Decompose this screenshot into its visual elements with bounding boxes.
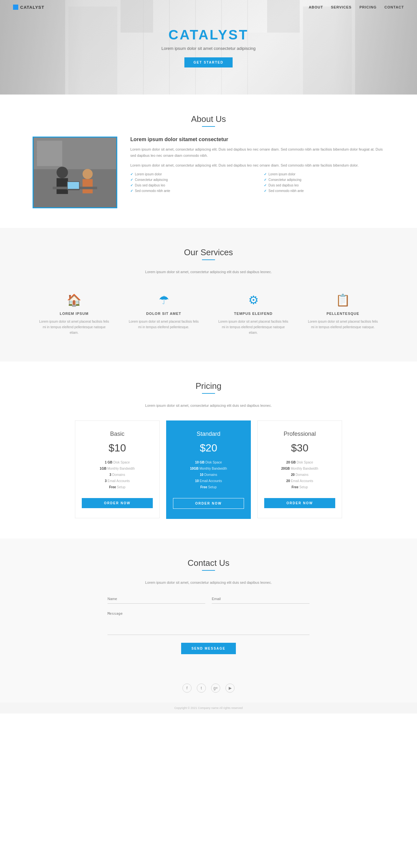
nav-contact[interactable]: CONTACT [384,5,404,9]
footer: Copyright © 2021 Company name All rights… [0,703,417,713]
social-google-plus-icon[interactable]: g+ [211,683,220,693]
contact-title: Contact Us [33,558,384,568]
pricing-title: Pricing [33,381,384,391]
pricing-feature-professional-1: 20 GB Disk Space [264,461,335,464]
services-title: Our Services [33,247,384,257]
about-image-inner [34,137,116,207]
pricing-card-standard: Standard $20 10 GB Disk Space 10GB Month… [166,421,251,519]
service-text-2: Lorem ipsum dolor sit amet placerat faci… [129,319,199,330]
contact-submit-button[interactable]: SEND MESSAGE [181,643,236,654]
service-text-3: Lorem ipsum dolor sit amet placerat faci… [218,319,288,335]
pricing-price-basic: $10 [82,442,153,454]
pricing-feature-standard-2: 10GB Monthly Bandwidth [173,467,244,470]
svg-rect-4 [303,6,352,95]
about-features: Lorem ipsum dolor Consectetur adipiscing… [130,173,384,194]
about-feature-item: Sed commodo nibh ante [264,189,384,193]
about-feature-item: Duis sed dapibus leo [130,184,251,187]
logo-icon [13,5,18,10]
about-features-left: Lorem ipsum dolor Consectetur adipiscing… [130,173,251,194]
hero-subtitle: Lorem ipsum dolor sit amet consectetur a… [161,46,255,51]
services-grid: 🏠 LOREM IPSUM Lorem ipsum dolor sit amet… [33,287,384,342]
pricing-feature-standard-1: 10 GB Disk Space [173,461,244,464]
services-subtitle: Lorem ipsum dolor sit amet, consectetur … [33,270,384,274]
service-text-1: Lorem ipsum dolor sit amet placerat faci… [39,319,109,335]
navigation: CATALYST ABOUT SERVICES PRICING CONTACT [0,0,417,14]
nav-pricing[interactable]: PRICING [359,5,377,9]
about-feature-item: Consectetur adipiscing [264,178,384,182]
about-content: Lorem ipsum dolor sitamet consectetur Lo… [33,136,384,208]
nav-links: ABOUT SERVICES PRICING CONTACT [309,5,404,9]
service-title-2: DOLOR SIT AMET [129,312,199,315]
service-icon-3: ⚙ [218,293,288,307]
social-twitter-icon[interactable]: t [197,683,206,693]
contact-divider [202,570,215,571]
contact-email-input[interactable] [212,594,310,603]
pricing-section: Pricing Lorem ipsum dolor sit amet, cons… [0,362,417,538]
pricing-feature-basic-1: 1 GB Disk Space [82,461,153,464]
about-divider [202,126,215,127]
pricing-feature-professional-2: 20GB Monthly Bandwidth [264,467,335,470]
about-feature-item: Duis sed dapibus leo [264,184,384,187]
about-content-title: Lorem ipsum dolor sitamet consectetur [130,136,384,143]
contact-subtitle: Lorem ipsum dolor sit amet, consectetur … [33,581,384,584]
services-divider [202,259,215,260]
about-title: About Us [33,114,384,124]
pricing-price-professional: $30 [264,442,335,454]
svg-rect-1 [68,6,117,95]
service-card-2: ☂ DOLOR SIT AMET Lorem ipsum dolor sit a… [122,287,205,342]
social-bar: f t g+ ▶ [0,674,417,703]
pricing-feature-professional-4: 20 Email Accounts [264,479,335,483]
services-section: Our Services Lorem ipsum dolor sit amet,… [0,228,417,362]
social-youtube-icon[interactable]: ▶ [225,683,234,693]
about-paragraph-2: Lorem ipsum dolor sit amet, consectetur … [130,162,384,168]
hero-title: CATALYST [161,27,255,43]
pricing-feature-basic-4: 3 Email Accounts [82,479,153,483]
contact-message-input[interactable] [107,609,310,635]
contact-row-1 [107,594,310,603]
svg-rect-27 [68,182,79,189]
about-feature-item: Lorem ipsum dolor [264,173,384,176]
pricing-card-professional: Professional $30 20 GB Disk Space 20GB M… [257,421,342,518]
svg-point-23 [83,169,93,179]
about-features-right: Lorem ipsum dolor Consectetur adipiscing… [264,173,384,194]
about-feature-item: Consectetur adipiscing [130,178,251,182]
nav-about[interactable]: ABOUT [309,5,323,9]
service-card-1: 🏠 LOREM IPSUM Lorem ipsum dolor sit amet… [33,287,116,342]
pricing-card-basic: Basic $10 1 GB Disk Space 1GB Monthly Ba… [75,421,160,518]
about-section: About Us [0,95,417,228]
pricing-feature-professional-3: 20 Domains [264,473,335,476]
pricing-feature-professional-5: Free Setup [264,485,335,489]
pricing-order-basic[interactable]: ORDER NOW [82,498,153,508]
pricing-feature-standard-4: 10 Email Accounts [173,479,244,483]
nav-services[interactable]: SERVICES [331,5,352,9]
contact-name-input[interactable] [107,594,205,603]
service-text-4: Lorem ipsum dolor sit amet placerat faci… [308,319,378,330]
about-image-svg [34,137,116,207]
service-icon-2: ☂ [129,293,199,307]
about-image [33,136,117,208]
hero-cta-button[interactable]: GET STARTED [184,57,233,67]
pricing-feature-standard-3: 10 Domains [173,473,244,476]
pricing-order-standard[interactable]: ORDER NOW [173,498,244,509]
pricing-plan-name-standard: Standard [173,431,244,437]
svg-rect-24 [83,179,93,193]
pricing-feature-basic-2: 1GB Monthly Bandwidth [82,467,153,470]
about-paragraph-1: Lorem ipsum dolor sit amet, consectetur … [130,146,384,158]
pricing-feature-standard-5: Free Setup [173,485,244,489]
pricing-plan-name-basic: Basic [82,431,153,437]
pricing-feature-basic-5: Free Setup [82,485,153,489]
service-card-4: 📋 PELLENTESQUE Lorem ipsum dolor sit ame… [301,287,384,342]
about-feature-item: Lorem ipsum dolor [130,173,251,176]
contact-form: SEND MESSAGE [107,594,310,654]
pricing-plan-name-professional: Professional [264,431,335,437]
svg-rect-22 [57,178,68,194]
pricing-price-standard: $20 [173,442,244,454]
footer-text: Copyright © 2021 Company name All rights… [4,706,413,710]
logo[interactable]: CATALYST [13,5,44,10]
service-title-4: PELLENTESQUE [308,312,378,315]
service-title-1: LOREM IPSUM [39,312,109,315]
pricing-cards: Basic $10 1 GB Disk Space 1GB Monthly Ba… [33,421,384,519]
social-facebook-icon[interactable]: f [183,683,192,693]
pricing-order-professional[interactable]: ORDER NOW [264,498,335,508]
service-card-3: ⚙ TEMPUS ELEIFEND Lorem ipsum dolor sit … [212,287,295,342]
